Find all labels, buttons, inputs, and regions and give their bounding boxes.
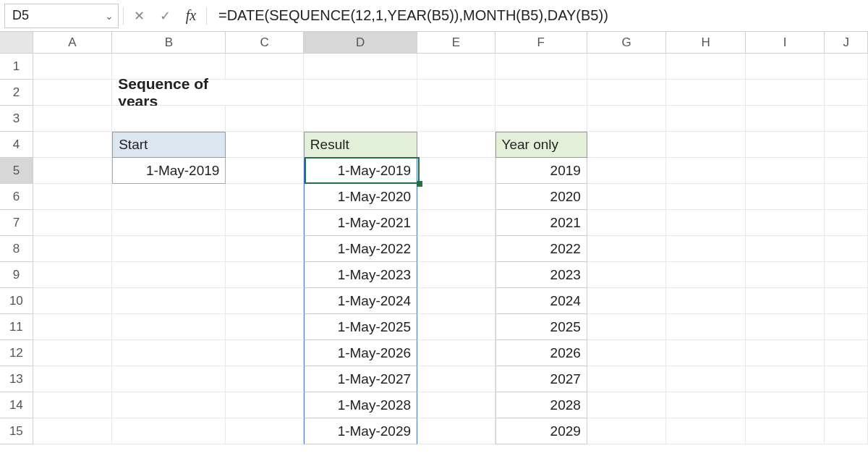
col-header-I[interactable]: I <box>746 32 825 54</box>
cell[interactable] <box>825 54 868 80</box>
year-cell[interactable]: 2020 <box>495 184 587 210</box>
row-header[interactable]: 4 <box>0 132 33 158</box>
cell[interactable] <box>746 80 825 106</box>
cell[interactable] <box>226 366 303 392</box>
cell[interactable] <box>226 158 303 184</box>
row-header[interactable]: 5 <box>0 158 33 184</box>
col-header-H[interactable]: H <box>666 32 745 54</box>
cell[interactable] <box>825 184 868 210</box>
cell[interactable] <box>33 184 112 210</box>
cell[interactable] <box>587 106 666 132</box>
cell[interactable] <box>746 184 825 210</box>
cell[interactable] <box>417 236 495 262</box>
cell[interactable] <box>666 158 745 184</box>
year-cell[interactable]: 2026 <box>495 340 587 366</box>
result-cell[interactable]: 1-May-2029 <box>304 418 417 444</box>
cell[interactable] <box>666 418 745 444</box>
cell[interactable] <box>825 80 868 106</box>
cell[interactable] <box>666 262 745 288</box>
cell[interactable] <box>825 288 868 314</box>
cell[interactable] <box>112 184 226 210</box>
cell[interactable] <box>587 366 666 392</box>
result-cell[interactable]: 1-May-2020 <box>304 184 417 210</box>
cell[interactable] <box>112 366 226 392</box>
cell[interactable] <box>417 158 495 184</box>
name-box[interactable]: D5 ⌄ <box>4 4 119 28</box>
select-all-corner[interactable] <box>0 32 33 54</box>
year-cell[interactable]: 2027 <box>495 366 587 392</box>
col-header-C[interactable]: C <box>226 32 303 54</box>
cell[interactable] <box>587 340 666 366</box>
cell[interactable] <box>33 392 112 418</box>
cell[interactable] <box>417 314 495 340</box>
cell[interactable] <box>112 392 226 418</box>
cell[interactable] <box>746 132 825 158</box>
cell[interactable] <box>226 210 303 236</box>
cell[interactable] <box>33 132 112 158</box>
cancel-icon[interactable]: ✕ <box>128 5 150 27</box>
cell[interactable] <box>304 80 417 106</box>
col-header-A[interactable]: A <box>33 32 112 54</box>
cell[interactable] <box>587 54 666 80</box>
cell[interactable] <box>587 288 666 314</box>
cell[interactable] <box>746 340 825 366</box>
cell[interactable] <box>666 340 745 366</box>
cell[interactable] <box>112 418 226 444</box>
row-header[interactable]: 1 <box>0 54 33 80</box>
cell[interactable] <box>666 392 745 418</box>
cell[interactable] <box>666 80 745 106</box>
cell[interactable] <box>746 210 825 236</box>
cell[interactable] <box>746 236 825 262</box>
formula-input[interactable] <box>211 4 864 28</box>
enter-icon[interactable]: ✓ <box>154 5 176 27</box>
cell[interactable] <box>417 80 495 106</box>
cell[interactable] <box>112 314 226 340</box>
result-cell[interactable]: 1-May-2019 <box>304 158 417 184</box>
cell[interactable] <box>666 184 745 210</box>
cell[interactable] <box>587 314 666 340</box>
cell[interactable] <box>666 54 745 80</box>
cell[interactable] <box>226 54 303 80</box>
fill-handle[interactable] <box>417 181 422 187</box>
cell[interactable] <box>417 54 495 80</box>
cell[interactable] <box>495 106 587 132</box>
cell[interactable] <box>417 132 495 158</box>
result-cell[interactable]: 1-May-2025 <box>304 314 417 340</box>
cell[interactable] <box>417 418 495 444</box>
cell[interactable] <box>495 54 587 80</box>
result-cell[interactable]: 1-May-2028 <box>304 392 417 418</box>
cell[interactable] <box>746 288 825 314</box>
cell[interactable] <box>33 314 112 340</box>
fx-icon[interactable]: fx <box>180 5 202 27</box>
cell[interactable] <box>417 262 495 288</box>
cell[interactable] <box>587 132 666 158</box>
cell[interactable] <box>587 236 666 262</box>
year-cell[interactable]: 2021 <box>495 210 587 236</box>
cell[interactable] <box>825 392 868 418</box>
cell[interactable] <box>666 132 745 158</box>
result-cell[interactable]: 1-May-2027 <box>304 366 417 392</box>
cell[interactable] <box>746 262 825 288</box>
result-cell[interactable]: 1-May-2022 <box>304 236 417 262</box>
cell[interactable] <box>33 210 112 236</box>
cell[interactable] <box>112 340 226 366</box>
cell[interactable] <box>33 262 112 288</box>
row-header[interactable]: 3 <box>0 106 33 132</box>
cell[interactable] <box>825 132 868 158</box>
cell[interactable] <box>226 184 303 210</box>
row-header[interactable]: 8 <box>0 236 33 262</box>
col-header-J[interactable]: J <box>825 32 868 54</box>
cell[interactable] <box>825 236 868 262</box>
cell[interactable] <box>226 392 303 418</box>
cell[interactable] <box>666 288 745 314</box>
row-header[interactable]: 15 <box>0 418 33 444</box>
cell[interactable] <box>825 262 868 288</box>
cell[interactable] <box>226 106 303 132</box>
cell[interactable] <box>226 80 303 106</box>
chevron-down-icon[interactable]: ⌄ <box>105 10 114 22</box>
cell[interactable] <box>33 158 112 184</box>
cell[interactable] <box>666 106 745 132</box>
cell[interactable] <box>112 262 226 288</box>
cell[interactable] <box>746 54 825 80</box>
cell[interactable] <box>33 288 112 314</box>
